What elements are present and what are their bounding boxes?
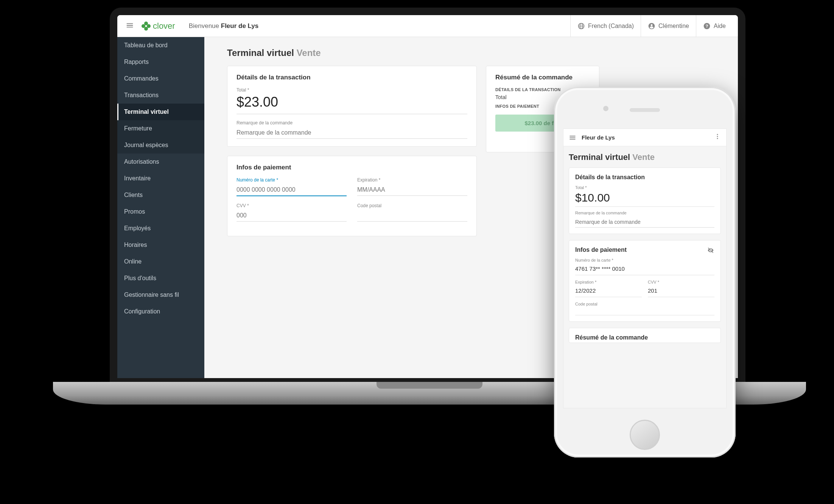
- mobile-expiry-input[interactable]: 12/2022: [575, 286, 642, 297]
- clover-icon: [142, 22, 151, 31]
- sidebar-item-orders[interactable]: Commandes: [117, 70, 204, 87]
- hamburger-icon: [126, 21, 134, 29]
- more-menu-button[interactable]: [714, 133, 721, 142]
- mobile-postal-input[interactable]: [575, 308, 714, 315]
- mobile-postal-label: Code postal: [575, 302, 714, 306]
- cvv-input[interactable]: [237, 210, 347, 222]
- sidebar-item-online[interactable]: Online: [117, 253, 204, 270]
- total-label: Total: [237, 87, 467, 93]
- sidebar-item-dashboard[interactable]: Tableau de bord: [117, 37, 204, 54]
- mobile-cvv-input[interactable]: 201: [648, 286, 714, 297]
- svg-point-1: [651, 24, 653, 26]
- user-icon: [648, 22, 655, 30]
- kebab-icon: [714, 133, 721, 140]
- sidebar-item-more-tools[interactable]: Plus d'outils: [117, 270, 204, 287]
- transaction-details-card: Détails de la transaction Total $23.00 R…: [227, 66, 477, 147]
- sidebar-item-wireless-manager[interactable]: Gestionnaire sans fil: [117, 287, 204, 303]
- card-number-label: Numéro de la carte: [237, 177, 347, 183]
- mobile-tx-title: Détails de la transaction: [575, 174, 714, 181]
- postal-label: Code postal: [357, 203, 467, 208]
- cvv-label: CVV: [237, 203, 347, 208]
- user-name: Clémentine: [658, 23, 689, 29]
- sidebar-item-employees[interactable]: Employés: [117, 220, 204, 237]
- mobile-note-input[interactable]: [575, 217, 714, 228]
- mobile-payment-card: Infos de paiement Numéro de la carte 476…: [569, 240, 721, 322]
- sidebar-item-authorizations[interactable]: Autorisations: [117, 154, 204, 170]
- globe-icon: [577, 22, 585, 30]
- language-label: French (Canada): [588, 23, 634, 29]
- mobile-header: Fleur de Lys: [563, 129, 726, 146]
- transaction-card-title: Détails de la transaction: [237, 74, 467, 81]
- phone-frame: Fleur de Lys Terminal virtuel Vente Déta…: [554, 87, 736, 457]
- sidebar-item-customers[interactable]: Clients: [117, 187, 204, 203]
- mobile-card-number-label: Numéro de la carte: [575, 258, 714, 262]
- language-selector[interactable]: French (Canada): [570, 15, 641, 37]
- order-note-input[interactable]: [237, 127, 467, 139]
- sidebar-item-cash-log[interactable]: Journal espèces: [117, 137, 204, 154]
- total-value[interactable]: $23.00: [237, 94, 467, 114]
- svg-point-5: [717, 136, 718, 137]
- expiry-input[interactable]: [357, 184, 467, 196]
- phone-camera: [603, 106, 608, 111]
- mobile-title-sub: Vente: [632, 152, 655, 162]
- mobile-transaction-card: Détails de la transaction Total $10.00 R…: [569, 167, 721, 234]
- expiry-label: Expiration: [357, 177, 467, 183]
- page-title: Terminal virtuel Vente: [227, 48, 715, 58]
- mobile-total-label: Total: [575, 185, 714, 190]
- mobile-expiry-label: Expiration: [575, 280, 642, 284]
- welcome-prefix: Bienvenue: [189, 22, 221, 29]
- mobile-total-value[interactable]: $10.00: [575, 191, 714, 207]
- mobile-page-title: Terminal virtuel Vente: [569, 152, 721, 162]
- phone-screen: Fleur de Lys Terminal virtuel Vente Déta…: [563, 129, 727, 408]
- sidebar-item-schedules[interactable]: Horaires: [117, 237, 204, 253]
- hamburger-menu-button[interactable]: [123, 18, 137, 34]
- brand-logo[interactable]: clover: [142, 21, 175, 31]
- sidebar-item-closeout[interactable]: Fermeture: [117, 120, 204, 137]
- mobile-card-number-input[interactable]: 4761 73** **** 0010: [575, 264, 714, 275]
- sidebar-item-virtual-terminal[interactable]: Terminal virtuel: [117, 104, 204, 120]
- payment-card-title: Infos de paiement: [237, 164, 467, 171]
- postal-input[interactable]: [357, 210, 467, 222]
- help-label: Aide: [714, 23, 726, 29]
- mobile-note-label: Remarque de la commande: [575, 211, 714, 215]
- page-title-main: Terminal virtuel: [227, 48, 294, 58]
- sidebar-item-inventory[interactable]: Inventaire: [117, 170, 204, 187]
- help-icon: ?: [703, 22, 711, 30]
- mobile-merchant-name: Fleur de Lys: [582, 134, 709, 141]
- sidebar-nav: Tableau de bord Rapports Commandes Trans…: [117, 37, 204, 378]
- summary-card-title: Résumé de la commande: [495, 74, 590, 81]
- user-menu[interactable]: Clémentine: [641, 15, 696, 37]
- card-number-input[interactable]: [237, 184, 347, 196]
- mobile-summary-title: Résumé de la commande: [575, 334, 714, 341]
- visibility-toggle-icon[interactable]: [707, 247, 714, 256]
- page-title-sub: Vente: [297, 48, 321, 58]
- sidebar-item-reports[interactable]: Rapports: [117, 54, 204, 70]
- help-button[interactable]: ? Aide: [696, 15, 733, 37]
- brand-name: clover: [153, 21, 175, 31]
- sidebar-item-transactions[interactable]: Transactions: [117, 87, 204, 104]
- order-note-label: Remarque de la commande: [237, 120, 467, 126]
- hamburger-icon[interactable]: [569, 134, 576, 141]
- payment-info-card: Infos de paiement Numéro de la carte Exp…: [227, 156, 477, 236]
- mobile-title-main: Terminal virtuel: [569, 152, 630, 162]
- sidebar-item-promos[interactable]: Promos: [117, 203, 204, 220]
- phone-speaker: [630, 108, 660, 112]
- mobile-summary-card: Résumé de la commande: [569, 328, 721, 343]
- phone-home-button[interactable]: [630, 420, 660, 450]
- app-header: clover Bienvenue Fleur de Lys French (Ca…: [117, 15, 738, 37]
- merchant-name: Fleur de Lys: [221, 22, 259, 29]
- svg-point-4: [717, 134, 718, 135]
- welcome-text: Bienvenue Fleur de Lys: [189, 22, 259, 30]
- svg-point-6: [717, 138, 718, 139]
- mobile-cvv-label: CVV: [648, 280, 714, 284]
- svg-text:?: ?: [705, 23, 708, 28]
- mobile-pay-title: Infos de paiement: [575, 247, 714, 253]
- sidebar-item-configuration[interactable]: Configuration: [117, 303, 204, 320]
